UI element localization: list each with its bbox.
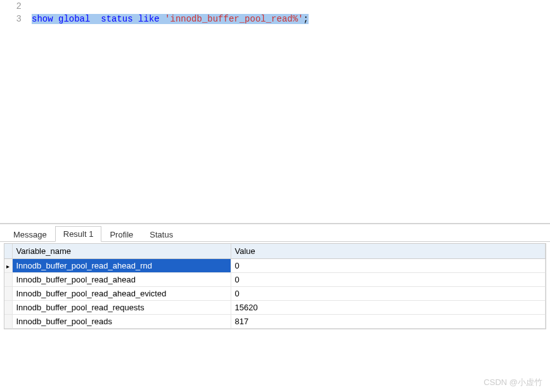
- cell-variable-name[interactable]: Innodb_buffer_pool_read_ahead_rnd: [12, 259, 231, 273]
- results-table-container: Variable_name Value ▸Innodb_buffer_pool_…: [4, 243, 546, 329]
- table-header-row: Variable_name Value: [4, 244, 546, 259]
- table-row[interactable]: ▸Innodb_buffer_pool_read_ahead_rnd0: [4, 259, 546, 273]
- line-number: 2: [0, 0, 32, 13]
- column-header-variable[interactable]: Variable_name: [12, 244, 231, 259]
- table-row[interactable]: Innodb_buffer_pool_reads817: [4, 315, 546, 329]
- cell-value[interactable]: 0: [231, 273, 546, 287]
- row-pointer-icon: ▸: [6, 263, 10, 270]
- code-content[interactable]: [32, 0, 550, 13]
- row-pointer: ▸: [4, 259, 12, 273]
- cell-variable-name[interactable]: Innodb_buffer_pool_reads: [12, 315, 231, 329]
- sql-editor[interactable]: 23show global status like 'innodb_buffer…: [0, 0, 550, 224]
- code-token: global: [58, 14, 90, 24]
- table-row[interactable]: Innodb_buffer_pool_read_requests15620: [4, 301, 546, 315]
- cell-variable-name[interactable]: Innodb_buffer_pool_read_requests: [12, 301, 231, 315]
- table-row[interactable]: Innodb_buffer_pool_read_ahead0: [4, 273, 546, 287]
- code-content[interactable]: show global status like 'innodb_buffer_p…: [32, 13, 550, 25]
- tab-message[interactable]: Message: [5, 227, 55, 242]
- line-number: 3: [0, 13, 32, 25]
- code-token: [160, 14, 165, 24]
- tab-status[interactable]: Status: [141, 227, 181, 242]
- code-token: status: [101, 14, 132, 24]
- code-token: show: [32, 14, 53, 24]
- results-table[interactable]: Variable_name Value ▸Innodb_buffer_pool_…: [4, 244, 546, 329]
- code-line[interactable]: 2: [0, 0, 550, 13]
- table-row[interactable]: Innodb_buffer_pool_read_ahead_evicted0: [4, 287, 546, 301]
- code-token: like: [138, 14, 160, 24]
- cell-value[interactable]: 0: [231, 259, 546, 273]
- row-pointer: [4, 273, 12, 287]
- code-token: [53, 14, 58, 24]
- cell-value[interactable]: 0: [231, 287, 546, 301]
- row-pointer: [4, 301, 12, 315]
- tab-profile[interactable]: Profile: [101, 227, 141, 242]
- row-pointer: [4, 315, 12, 329]
- code-token: [133, 14, 138, 24]
- watermark: CSDN @小虚竹: [483, 377, 542, 388]
- code-token: [90, 14, 101, 24]
- code-line[interactable]: 3show global status like 'innodb_buffer_…: [0, 13, 550, 25]
- row-pointer-header: [4, 244, 12, 259]
- results-tabs: MessageResult 1ProfileStatus: [0, 224, 550, 242]
- code-token: ;: [304, 14, 309, 24]
- cell-value[interactable]: 15620: [231, 301, 546, 315]
- column-header-value[interactable]: Value: [231, 244, 546, 259]
- code-token: 'innodb_buffer_pool_read%': [165, 14, 303, 24]
- results-panel: MessageResult 1ProfileStatus Variable_na…: [0, 224, 550, 329]
- cell-variable-name[interactable]: Innodb_buffer_pool_read_ahead_evicted: [12, 287, 231, 301]
- row-pointer: [4, 287, 12, 301]
- cell-variable-name[interactable]: Innodb_buffer_pool_read_ahead: [12, 273, 231, 287]
- tab-result-1[interactable]: Result 1: [55, 226, 102, 242]
- cell-value[interactable]: 817: [231, 315, 546, 329]
